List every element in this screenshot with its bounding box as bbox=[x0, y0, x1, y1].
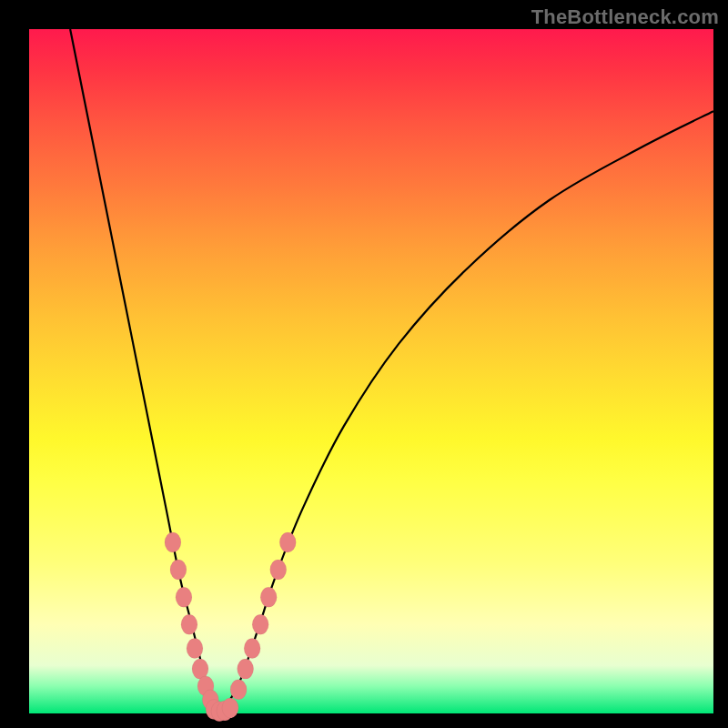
data-marker bbox=[176, 587, 192, 607]
data-marker bbox=[279, 532, 296, 552]
left-branch-curve bbox=[70, 29, 219, 713]
data-marker bbox=[270, 560, 287, 580]
marker-layer bbox=[165, 532, 296, 722]
data-marker bbox=[252, 614, 268, 634]
watermark-text: TheBottleneck.com bbox=[531, 5, 719, 29]
curve-layer bbox=[29, 29, 713, 713]
data-marker bbox=[165, 532, 181, 552]
data-marker bbox=[222, 698, 238, 718]
plot-area bbox=[29, 29, 713, 713]
data-marker bbox=[260, 587, 277, 607]
data-marker bbox=[230, 680, 247, 700]
chart-frame: TheBottleneck.com bbox=[0, 0, 728, 728]
right-branch-curve bbox=[219, 111, 713, 713]
data-marker bbox=[170, 560, 187, 580]
data-marker bbox=[187, 639, 203, 659]
data-marker bbox=[244, 639, 260, 659]
data-marker bbox=[181, 614, 197, 634]
data-marker bbox=[238, 659, 254, 679]
